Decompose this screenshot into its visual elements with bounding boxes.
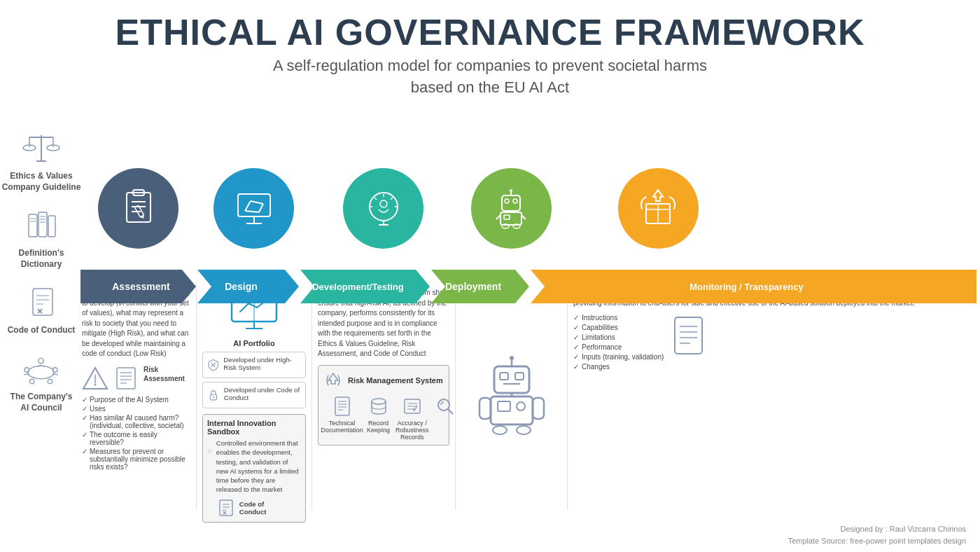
svg-rect-55: [500, 212, 522, 225]
svg-rect-62: [646, 204, 670, 223]
check-2: ✓Uses: [82, 405, 190, 413]
svg-rect-68: [117, 368, 135, 389]
svg-rect-105: [500, 373, 508, 380]
sandbox-description: Controlled environment that enables the …: [216, 439, 301, 495]
mon-check-5: ✓Inputs (training, validation): [573, 353, 664, 361]
panel-design: AI Portfolio Developed under High-Risk S…: [196, 282, 312, 510]
sidebar: Ethics & ValuesCompany Guideline Definit…: [0, 130, 83, 413]
svg-point-60: [502, 224, 509, 228]
assessment-segment: Assessment: [80, 270, 196, 303]
tech-doc-label: TechnicalDocumentation: [321, 420, 363, 434]
magnifier-icon: [434, 395, 456, 418]
svg-rect-92: [335, 397, 349, 415]
panel-assessment: Consider what you are NOT willing to dev…: [80, 282, 196, 510]
svg-point-24: [53, 368, 57, 372]
mon-check-6: ✓Changes: [573, 363, 664, 371]
code-conduct-item: Developed under Code of Conduct: [202, 382, 306, 408]
ethics-label: Ethics & ValuesCompany Guideline: [2, 171, 81, 193]
sandbox-code-label: Code ofConduct: [239, 500, 267, 516]
devtest-circle-wrapper: [312, 168, 455, 249]
svg-rect-27: [127, 193, 150, 222]
main-content: Assessment Design Development/Testing De…: [80, 130, 980, 531]
subtitle: A self-regulation model for companies to…: [14, 55, 966, 99]
svg-line-45: [391, 198, 393, 200]
svg-point-21: [28, 366, 54, 378]
svg-point-67: [94, 383, 97, 385]
svg-point-102: [438, 399, 449, 410]
panel-monitoring: Post-Market Plan: evaluate continuous co…: [567, 282, 980, 510]
svg-rect-7: [29, 214, 37, 237]
sandbox-code-conduct: Code ofConduct: [216, 498, 301, 518]
mon-check-4: ✓Performance: [573, 343, 664, 351]
large-checklist-icon: [669, 314, 708, 359]
accuracy-item: Accuracy /Robustness Records: [396, 395, 429, 441]
deployment-circle: [471, 168, 552, 249]
svg-point-117: [517, 426, 531, 434]
deployment-label: Deployment: [445, 281, 501, 292]
ai-portfolio-label: AI Portfolio: [202, 339, 306, 347]
design-circle-wrapper: [196, 168, 312, 249]
footer-line1: Designed by : Raul Vizcarra Chirinos: [788, 523, 966, 535]
large-robot-icon: [470, 356, 554, 440]
svg-point-51: [505, 199, 509, 203]
svg-point-81: [213, 396, 214, 398]
sidebar-item-code-of-conduct: Code of Conduct: [8, 284, 76, 336]
ai-head-icon: [359, 184, 408, 233]
svg-line-40: [245, 211, 259, 212]
svg-rect-112: [498, 401, 510, 411]
box-icon: [207, 439, 212, 464]
main-title: ETHICAL AI GOVERNANCE FRAMEWORK: [14, 13, 966, 53]
svg-point-41: [370, 193, 398, 221]
accuracy-icon: [401, 395, 424, 418]
monitoring-circle: [618, 168, 699, 249]
svg-point-108: [510, 356, 514, 360]
sandbox-text-col: Controlled environment that enables the …: [216, 439, 301, 518]
record-keep-item: RecordKeeping: [367, 395, 390, 434]
robot-icon: [486, 184, 536, 233]
triangle-icon: [82, 365, 108, 392]
mon-check-3: ✓Limitations: [573, 333, 664, 341]
assessment-label: Assessment: [106, 281, 170, 292]
devtest-label: Development/Testing: [312, 282, 404, 292]
clipboard-pencil-icon: [114, 184, 163, 233]
svg-line-44: [374, 198, 377, 200]
ai-council-label: The Company'sAI Council: [10, 392, 73, 413]
content-panels: Consider what you are NOT willing to dev…: [80, 282, 980, 510]
mon-check-1: ✓Instructions: [573, 314, 664, 322]
design-label: Design: [225, 281, 258, 292]
recycle-icon: [323, 370, 344, 391]
check-3: ✓Has similar AI caused harm? (individual…: [82, 414, 190, 429]
sandbox-content: Controlled environment that enables the …: [207, 439, 301, 518]
svg-rect-28: [133, 190, 144, 195]
checklist-small-icon: [113, 365, 139, 392]
sidebar-item-ai-council: The Company'sAI Council: [10, 350, 73, 413]
svg-point-97: [372, 399, 386, 404]
risk-mgmt-label: Risk Management System: [348, 376, 443, 385]
check-4: ✓The outcome is easily reversible?: [82, 431, 190, 446]
scales-icon: [20, 130, 62, 168]
deployment-content: [470, 356, 554, 440]
svg-point-23: [24, 368, 29, 372]
tech-doc-icon: [331, 395, 354, 418]
recycle-box-icon: [634, 184, 682, 233]
svg-point-113: [517, 402, 525, 410]
monitoring-circle-wrapper: [567, 168, 749, 249]
risk-docs-row: TechnicalDocumentation RecordKeeping: [323, 395, 444, 441]
svg-point-52: [513, 199, 517, 203]
risk-management-box: Risk Management System TechnicalDocument…: [318, 365, 449, 446]
code-of-conduct-label: Code of Conduct: [8, 325, 76, 336]
svg-rect-111: [491, 396, 533, 425]
svg-rect-118: [675, 317, 702, 354]
high-risk-text: Developed under High-Risk System: [223, 356, 302, 371]
monitoring-segment: Monitoring / Transparency: [517, 270, 976, 303]
svg-point-61: [513, 224, 520, 228]
mon-check-2: ✓Capabilities: [573, 324, 664, 331]
accuracy-label: Accuracy /Robustness Records: [396, 420, 429, 441]
panel-devtest: The High-Risk Management System shall en…: [312, 282, 455, 510]
svg-marker-33: [140, 214, 145, 219]
assessment-checklist: ✓Purpose of the AI System ✓Uses ✓Has sim…: [82, 396, 190, 471]
svg-rect-86: [220, 500, 232, 516]
search-item: [435, 395, 456, 418]
svg-rect-8: [38, 212, 47, 237]
monitoring-label: Monitoring / Transparency: [690, 282, 804, 292]
